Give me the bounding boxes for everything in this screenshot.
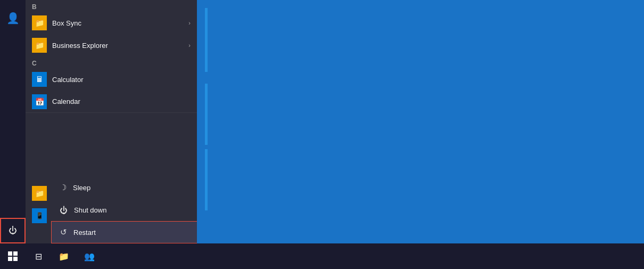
calculator-icon: 🖩 [32,72,47,87]
restart-label: Restart [73,229,96,237]
section-letter-b: B [26,0,197,12]
app-label-box-sync: Box Sync [52,19,81,27]
shutdown-button[interactable]: ⏻ Shut down [51,199,197,221]
power-button[interactable]: ⏻ [0,218,26,243]
svg-rect-26 [8,257,12,261]
taskbar: ⊟ 📁 👥 [0,243,644,269]
teams-button[interactable]: 👥 [77,243,102,269]
connect-icon: 📱 [32,208,47,223]
app-item-calendar[interactable]: 📅 Calendar [26,91,197,113]
section-letter-c: C [26,56,197,68]
restart-button[interactable]: ↺ Restart [51,221,197,243]
user-avatar-icon[interactable]: 👤 [0,5,26,31]
sleep-icon: ☽ [60,183,67,192]
app-label-calendar: Calendar [52,97,80,105]
start-menu: 👤 ⏻ B 📁 Box Sync › 📁 Business Explorer ›… [0,0,426,243]
chevron-icon: › [188,42,191,48]
app-item-box-sync[interactable]: 📁 Box Sync › [26,12,197,34]
shutdown-icon: ⏻ [60,206,68,215]
app-label-business-explorer: Business Explorer [52,42,108,50]
cisco-icon: 📁 [32,186,47,201]
svg-rect-25 [13,251,18,256]
start-button[interactable] [0,243,26,269]
sleep-button[interactable]: ☽ Sleep [51,176,197,199]
shutdown-label: Shut down [74,206,106,214]
app-item-business-explorer[interactable]: 📁 Business Explorer › [26,34,197,56]
app-item-calculator[interactable]: 🖩 Calculator [26,68,197,91]
svg-rect-27 [13,257,18,261]
file-explorer-button[interactable]: 📁 [51,243,77,269]
task-view-button[interactable]: ⊟ [26,243,51,269]
chevron-icon: › [188,20,191,26]
restart-icon: ↺ [60,227,67,237]
app-list: B 📁 Box Sync › 📁 Business Explorer › C 🖩… [26,0,197,243]
sleep-label: Sleep [73,184,90,192]
tiles-right-background [208,0,426,243]
power-menu: ☽ Sleep ⏻ Shut down ↺ Restart [51,176,197,243]
box-sync-icon: 📁 [32,15,47,30]
svg-rect-24 [8,251,12,256]
power-icon: ⏻ [9,226,17,235]
business-explorer-icon: 📁 [32,38,47,53]
sidebar-icons: 👤 ⏻ [0,0,26,243]
app-label-calculator: Calculator [52,76,84,84]
calendar-icon: 📅 [32,94,47,109]
